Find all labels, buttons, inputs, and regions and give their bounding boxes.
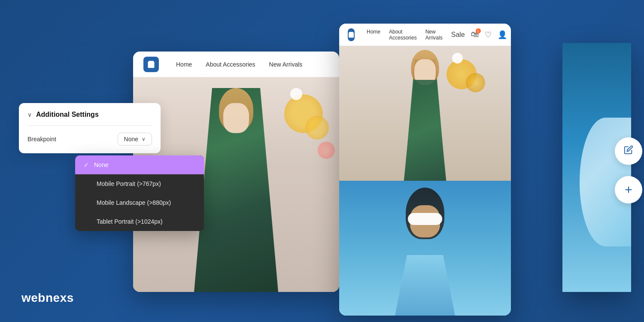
dropdown-item-mobile-portrait[interactable]: Mobile Portrait (>767px) (75, 174, 204, 193)
settings-chevron-icon: ∨ (27, 111, 32, 118)
right-logo-icon (348, 28, 355, 41)
settings-title: Additional Settings (36, 111, 99, 118)
main-nav-links: Home About Accessories New Arrivals (176, 61, 302, 68)
right-bottom-image (339, 181, 511, 316)
sale-label[interactable]: Sale (451, 31, 465, 39)
breakpoint-row: Breakpoint None ∨ (27, 133, 152, 146)
right-nav-header: Home About Accessories New Arrivals Sale… (339, 24, 511, 46)
add-icon: + (625, 183, 632, 196)
breakpoint-select[interactable]: None ∨ (118, 133, 152, 146)
right-nav-new-arrivals[interactable]: New Arrivals (425, 29, 443, 41)
edit-fab-button[interactable] (615, 137, 642, 165)
select-chevron-icon: ∨ (142, 136, 146, 142)
right-floral-2 (466, 73, 485, 92)
nav-home[interactable]: Home (176, 61, 192, 68)
additional-settings-panel: ∨ Additional Settings Breakpoint None ∨ (19, 103, 161, 153)
right-browser-card: Home About Accessories New Arrivals Sale… (339, 24, 511, 316)
right-nav-about[interactable]: About Accessories (389, 29, 417, 41)
check-icon: ✓ (84, 161, 89, 168)
user-icon[interactable]: 👤 (498, 30, 507, 39)
mobile-inner (562, 43, 631, 292)
nav-new-arrivals[interactable]: New Arrivals (269, 61, 303, 68)
dropdown-label-mobile-portrait: Mobile Portrait (>767px) (97, 180, 161, 187)
cart-badge: 1 (476, 28, 481, 33)
right-nav-icons: Sale 🛍 1 ♡ 👤 (451, 30, 507, 39)
breakpoint-label: Breakpoint (27, 136, 56, 143)
main-nav-header: Home About Accessories New Arrivals (133, 52, 339, 77)
sunglasses-frames (408, 213, 442, 225)
floral-accent-3 (290, 88, 302, 100)
breakpoint-dropdown: ✓ None Mobile Portrait (>767px) Mobile L… (75, 155, 204, 231)
right-floral-3 (452, 53, 463, 64)
model-face (223, 103, 249, 133)
dropdown-item-mobile-landscape[interactable]: Mobile Landscape (>880px) (75, 193, 204, 212)
mobile-card: + (562, 43, 631, 292)
right-card-images (339, 46, 511, 316)
wishlist-icon[interactable]: ♡ (485, 30, 492, 39)
floral-accent-2 (305, 116, 329, 140)
dropdown-item-tablet-portrait[interactable]: Tablet Portrait (>1024px) (75, 212, 204, 231)
nav-about-accessories[interactable]: About Accessories (206, 61, 255, 68)
main-logo-icon (143, 57, 159, 72)
brand-logo: webnexs (21, 291, 74, 305)
dropdown-label-mobile-landscape: Mobile Landscape (>880px) (97, 199, 171, 206)
right-top-image (339, 46, 511, 181)
dropdown-label-tablet-portrait: Tablet Portrait (>1024px) (97, 218, 163, 225)
right-nav-links: Home About Accessories New Arrivals (367, 29, 443, 41)
cart-icon[interactable]: 🛍 1 (471, 30, 479, 39)
add-fab-button[interactable]: + (615, 176, 642, 204)
edit-icon (624, 145, 633, 157)
right-nav-home[interactable]: Home (367, 29, 380, 41)
dropdown-label-none: None (94, 161, 108, 168)
breakpoint-selected-value: None (124, 136, 138, 143)
settings-title-row: ∨ Additional Settings (27, 111, 152, 126)
dropdown-item-none[interactable]: ✓ None (75, 155, 204, 174)
